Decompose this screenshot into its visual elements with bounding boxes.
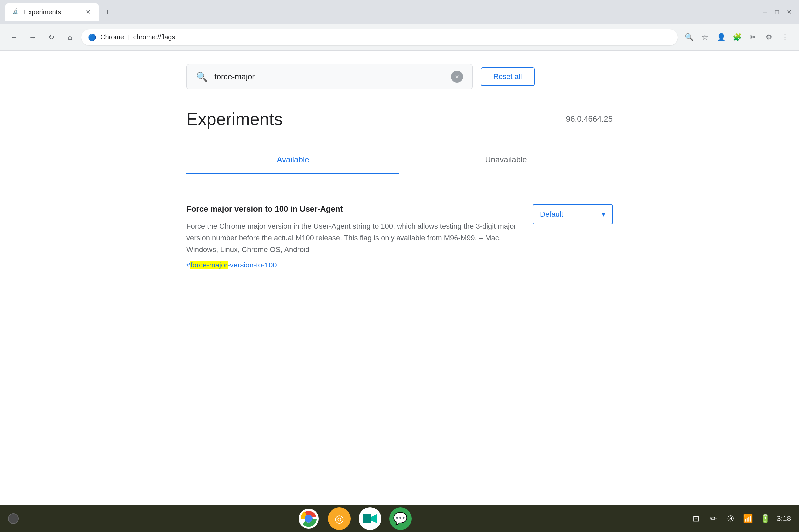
taskbar-pen-icon[interactable]: ✏ <box>707 513 720 525</box>
taskbar-meet-icon[interactable] <box>358 507 381 530</box>
extensions-icon-button[interactable]: 🧩 <box>730 30 744 44</box>
flag-dropdown-chevron-icon: ▾ <box>601 210 605 218</box>
tab-favicon: 🔬 <box>12 8 20 16</box>
flag-description: Force the Chrome major version in the Us… <box>186 220 533 255</box>
flag-link-suffix: -version-to-100 <box>228 261 277 269</box>
taskbar-circle-icon <box>8 513 19 524</box>
address-separator: | <box>128 34 130 41</box>
taskbar-app2-icon[interactable]: ◎ <box>328 507 351 530</box>
flag-link-highlight: force-major <box>190 261 227 269</box>
window-controls: ─ □ ✕ <box>760 7 794 17</box>
search-clear-button[interactable]: × <box>451 71 463 82</box>
nav-icons: 🔍 ☆ 👤 🧩 ✂ ⚙ ⋮ <box>682 30 792 44</box>
tab-available[interactable]: Available <box>186 146 400 174</box>
reset-all-button[interactable]: Reset all <box>481 67 535 86</box>
title-bar: 🔬 Experiments ✕ + ─ □ ✕ <box>0 0 799 24</box>
taskbar: ◎ 💬 ⊡ ✏ ③ 📶 🔋 3:18 <box>0 506 799 532</box>
active-tab[interactable]: 🔬 Experiments ✕ <box>5 3 98 21</box>
address-bar[interactable]: 🔵 Chrome | chrome://flags <box>81 29 678 45</box>
search-box: 🔍 × <box>186 64 473 89</box>
flag-dropdown[interactable]: Default ▾ <box>533 204 613 224</box>
tab-unavailable[interactable]: Unavailable <box>400 146 613 174</box>
flag-link[interactable]: #force-major-version-to-100 <box>186 261 533 269</box>
search-container: 🔍 × Reset all <box>186 64 613 89</box>
search-icon-button[interactable]: 🔍 <box>682 30 696 44</box>
flag-entry: Force major version to 100 in User-Agent… <box>186 194 613 280</box>
taskbar-chrome-icon[interactable] <box>297 507 320 530</box>
bookmark-icon-button[interactable]: ☆ <box>698 30 712 44</box>
address-favicon: 🔵 <box>88 33 96 41</box>
flag-dropdown-value: Default <box>540 210 563 218</box>
tab-unavailable-label: Unavailable <box>485 155 527 164</box>
svg-rect-3 <box>363 514 371 524</box>
taskbar-chat-icon[interactable]: 💬 <box>389 507 412 530</box>
search-input[interactable] <box>215 72 444 81</box>
maximize-button[interactable]: □ <box>773 7 782 17</box>
flag-content: Force major version to 100 in User-Agent… <box>186 204 533 269</box>
taskbar-screenshot-icon[interactable]: ⊡ <box>690 513 702 525</box>
nav-bar: ← → ↻ ⌂ 🔵 Chrome | chrome://flags 🔍 ☆ 👤 … <box>0 24 799 51</box>
home-button[interactable]: ⌂ <box>62 30 77 44</box>
close-button[interactable]: ✕ <box>784 7 794 17</box>
page-header: Experiments 96.0.4664.25 <box>186 109 613 129</box>
main-content: 🔍 × Reset all Experiments 96.0.4664.25 A… <box>0 51 799 506</box>
taskbar-wifi-icon[interactable]: 📶 <box>742 513 754 525</box>
reload-button[interactable]: ↻ <box>44 30 59 44</box>
extension2-icon-button[interactable]: ✂ <box>746 30 760 44</box>
minimize-button[interactable]: ─ <box>760 7 770 17</box>
new-tab-button[interactable]: + <box>101 6 113 18</box>
address-site: Chrome <box>100 33 124 41</box>
tab-available-label: Available <box>277 155 309 164</box>
back-button[interactable]: ← <box>7 30 21 44</box>
svg-point-2 <box>306 516 311 521</box>
address-url: chrome://flags <box>133 33 175 41</box>
taskbar-time: 3:18 <box>777 514 791 523</box>
flag-title: Force major version to 100 in User-Agent <box>186 204 533 214</box>
forward-button[interactable]: → <box>25 30 40 44</box>
profile-icon-button[interactable]: 👤 <box>714 30 728 44</box>
extension3-icon-button[interactable]: ⚙ <box>762 30 776 44</box>
taskbar-battery-icon[interactable]: 🔋 <box>759 513 772 525</box>
search-icon: 🔍 <box>196 71 208 82</box>
tab-title: Experiments <box>24 8 80 16</box>
flag-link-prefix: # <box>186 261 190 269</box>
tabs-container: Available Unavailable <box>186 146 613 174</box>
taskbar-status-icon[interactable]: ③ <box>725 513 737 525</box>
browser-window: 🔬 Experiments ✕ + ─ □ ✕ ← → ↻ ⌂ 🔵 Chrome… <box>0 0 799 532</box>
taskbar-center: ◎ 💬 <box>19 507 690 530</box>
svg-marker-4 <box>371 514 377 524</box>
menu-icon-button[interactable]: ⋮ <box>778 30 792 44</box>
tab-close-button[interactable]: ✕ <box>84 8 92 16</box>
page-title: Experiments <box>186 109 283 129</box>
flags-page: 🔍 × Reset all Experiments 96.0.4664.25 A… <box>166 51 633 293</box>
version-text: 96.0.4664.25 <box>566 114 613 124</box>
taskbar-right: ⊡ ✏ ③ 📶 🔋 3:18 <box>690 513 791 525</box>
taskbar-left <box>8 513 19 524</box>
